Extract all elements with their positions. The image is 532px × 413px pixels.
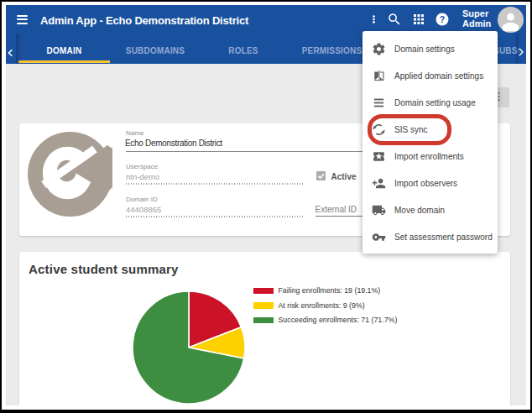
svg-text:?: ? bbox=[440, 14, 445, 24]
